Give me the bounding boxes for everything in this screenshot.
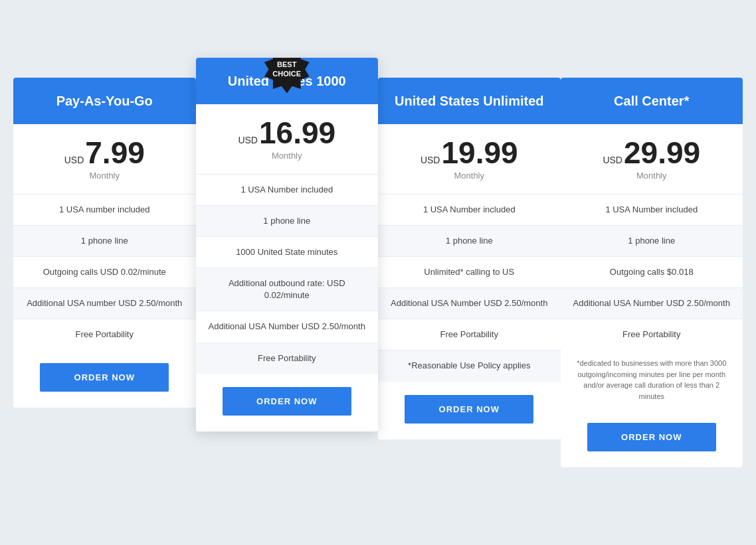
plan-header: Pay-As-You-Go: [13, 78, 196, 124]
order-now-button[interactable]: ORDER NOW: [223, 387, 351, 416]
price-amount: 16.99: [259, 117, 335, 148]
plan-card-call-center: Call Center* USD 29.99 Monthly 1 USA Num…: [561, 78, 743, 468]
feature-item: Free Portability: [561, 319, 743, 350]
feature-item: 1 USA number included: [13, 195, 196, 226]
price-currency: USD: [238, 135, 258, 145]
feature-item: Additional USA Number USD 2.50/month: [378, 288, 561, 319]
features-list: 1 USA Number included1 phone lineUnlimit…: [378, 195, 561, 382]
feature-item: 1 phone line: [13, 226, 196, 257]
order-now-button[interactable]: ORDER NOW: [405, 395, 533, 424]
order-now-button[interactable]: ORDER NOW: [40, 363, 169, 392]
price-row: USD 19.99: [389, 137, 550, 168]
plan-title: Pay-As-You-Go: [24, 92, 185, 110]
price-currency: USD: [421, 155, 440, 165]
price-section: USD 7.99 Monthly: [13, 124, 196, 195]
plan-note: *dedicated to businesses with more than …: [561, 350, 743, 410]
plan-card-pay-as-you-go: Pay-As-You-Go USD 7.99 Monthly 1 USA num…: [13, 78, 196, 408]
price-amount: 7.99: [85, 137, 145, 168]
pricing-container: Pay-As-You-Go USD 7.99 Monthly 1 USA num…: [13, 78, 743, 468]
feature-item: *Reasonable Use Policy applies: [378, 350, 561, 381]
price-amount: 29.99: [624, 137, 700, 168]
features-list: 1 USA number included1 phone lineOutgoin…: [13, 195, 196, 350]
order-section: ORDER NOW: [196, 374, 379, 431]
order-section: ORDER NOW: [378, 382, 561, 439]
features-list: 1 USA Number included1 phone lineOutgoin…: [561, 195, 743, 350]
feature-item: Outgoing calls USD 0.02/minute: [13, 257, 196, 288]
feature-item: Outgoing calls $0.018: [561, 257, 743, 288]
price-amount: 19.99: [441, 137, 518, 168]
feature-item: Free Portability: [378, 319, 561, 350]
feature-item: Free Portability: [196, 343, 379, 374]
plan-header: United States Unlimited: [378, 78, 561, 124]
order-now-button[interactable]: ORDER NOW: [587, 423, 716, 451]
feature-item: 1 USA Number included: [196, 175, 379, 206]
price-currency: USD: [64, 155, 84, 165]
feature-item: 1 USA Number included: [378, 195, 561, 226]
feature-item: 1 phone line: [378, 226, 561, 257]
feature-item: Free Portability: [13, 319, 196, 350]
price-period: Monthly: [389, 171, 550, 181]
feature-item: Additional USA number USD 2.50/month: [13, 288, 196, 319]
feature-item: 1 phone line: [561, 226, 743, 257]
price-row: USD 7.99: [24, 137, 185, 168]
feature-item: 1000 United State minutes: [196, 237, 379, 268]
feature-item: Additional outbound rate: USD 0.02/minut…: [196, 268, 379, 311]
feature-item: Unlimited* calling to US: [378, 257, 561, 288]
plan-header: Call Center*: [561, 78, 743, 124]
price-section: USD 19.99 Monthly: [378, 124, 561, 195]
price-period: Monthly: [571, 171, 733, 181]
feature-item: 1 phone line: [196, 206, 379, 237]
feature-item: Additional USA Number USD 2.50/month: [561, 288, 743, 319]
order-section: ORDER NOW: [13, 350, 196, 408]
price-period: Monthly: [24, 171, 185, 181]
price-period: Monthly: [207, 151, 368, 161]
feature-item: Additional USA Number USD 2.50/month: [196, 311, 379, 343]
plan-title: Call Center*: [571, 92, 733, 110]
plan-title: United States Unlimited: [389, 92, 550, 110]
feature-item: 1 USA Number included: [561, 195, 743, 226]
features-list: 1 USA Number included1 phone line1000 Un…: [196, 175, 379, 374]
price-row: USD 29.99: [571, 137, 733, 168]
price-section: USD 16.99 Monthly: [196, 104, 379, 175]
plan-card-us-unlimited: United States Unlimited USD 19.99 Monthl…: [378, 78, 561, 439]
price-section: USD 29.99 Monthly: [561, 124, 743, 195]
price-currency: USD: [603, 155, 622, 165]
order-section: ORDER NOW: [561, 410, 743, 467]
plan-card-us-1000: BESTCHOICE United States 1000 USD 16.99 …: [196, 58, 379, 431]
price-row: USD 16.99: [207, 117, 368, 148]
